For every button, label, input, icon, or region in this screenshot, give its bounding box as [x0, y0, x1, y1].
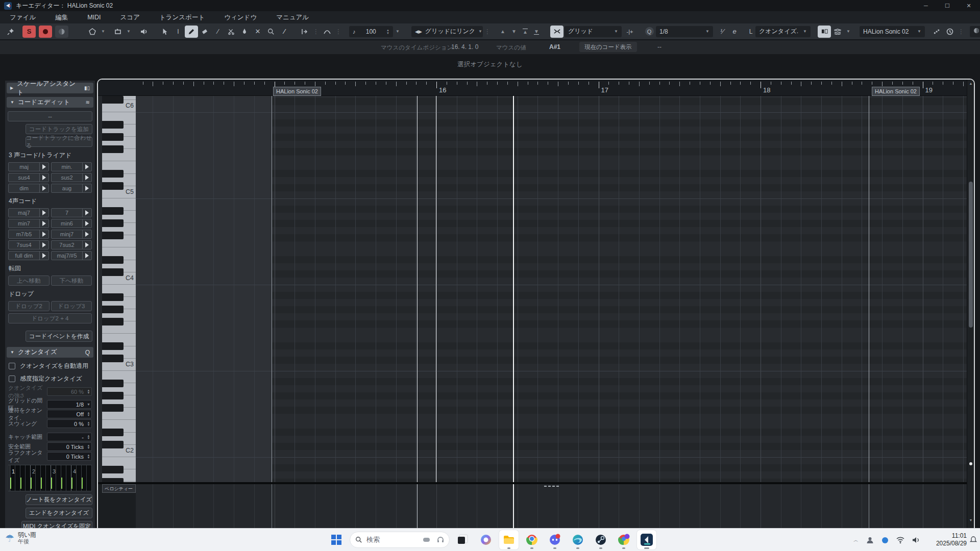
chord-button-m7b5[interactable]: m7/b5: [8, 230, 49, 239]
quantize-preset-dropdown[interactable]: 1/8 ▼: [656, 26, 713, 37]
freeze-quantize-button[interactable]: MIDI クオンタイズを固定: [21, 521, 92, 528]
tool-line[interactable]: ∕: [278, 26, 291, 38]
menu-item-4[interactable]: トランスポート: [150, 11, 214, 23]
velocity-lane[interactable]: [136, 484, 969, 528]
chord-button-aug[interactable]: aug: [51, 184, 92, 193]
menu-item-0[interactable]: ファイル: [0, 11, 45, 23]
notification-bell-icon[interactable]: [970, 536, 977, 544]
chord-arrow-icon[interactable]: [82, 230, 91, 238]
note-expression-icon[interactable]: [86, 26, 99, 38]
tool-range-selection[interactable]: I: [172, 26, 185, 38]
tool-trim[interactable]: ∕: [211, 26, 225, 38]
piano-key-black[interactable]: [102, 170, 124, 178]
rough-quantize-field[interactable]: 0 Ticks▲▼: [47, 452, 92, 461]
scale-assistant-header[interactable]: ▶ スケールアシスタント ▮▯: [7, 83, 93, 93]
transpose-octave-down-icon[interactable]: ▼: [531, 26, 542, 38]
independent-loop-icon[interactable]: [111, 26, 125, 38]
vertical-scrollbar[interactable]: ▲ ▼: [967, 80, 974, 528]
grid-spacing-dropdown[interactable]: 1/8▼: [47, 400, 92, 409]
piano-key-black[interactable]: [102, 306, 124, 313]
iterative-quantize-icon[interactable]: ⅟: [715, 26, 728, 38]
steam-app-icon[interactable]: [591, 530, 610, 549]
loop-dropdown-icon[interactable]: ▼: [125, 26, 133, 38]
chord-arrow-icon[interactable]: [39, 209, 48, 217]
snap-type-dropdown[interactable]: グリッド ▼: [565, 26, 622, 37]
create-chord-event-button[interactable]: コードイベントを作成: [26, 331, 92, 342]
curve-icon[interactable]: [321, 26, 334, 38]
scrollbar-thumb[interactable]: [969, 182, 973, 328]
catch-range-field[interactable]: -▲▼: [47, 433, 92, 441]
show-part-borders-icon[interactable]: [818, 26, 831, 38]
chord-button-min6[interactable]: min6: [51, 219, 92, 228]
track-selector-dropdown[interactable]: HALion Sonic 02 ▼: [860, 26, 925, 37]
chord-button-fulldim[interactable]: full dim: [8, 251, 49, 260]
note-grid[interactable]: [136, 96, 969, 482]
chord-button-minj7[interactable]: minj7: [51, 230, 92, 239]
start-button[interactable]: [327, 530, 346, 549]
tool-mute[interactable]: ✕: [251, 26, 264, 38]
drop24-button[interactable]: ドロップ2 + 4: [8, 313, 92, 323]
iq-checkbox[interactable]: [9, 375, 15, 382]
snap-on-off-icon[interactable]: [550, 26, 564, 38]
piano-key-black[interactable]: [102, 429, 124, 436]
menu-item-6[interactable]: マニュアル: [266, 11, 318, 23]
chord-display-label[interactable]: 現在のコード表示: [579, 42, 637, 52]
edge-app-icon[interactable]: [568, 530, 587, 549]
piano-key-black[interactable]: [102, 478, 124, 482]
piano-key-black[interactable]: [102, 466, 124, 473]
acoustic-feedback-icon[interactable]: [55, 26, 68, 38]
length-quantize-dropdown[interactable]: クオンタイズ. ▼: [755, 26, 811, 37]
piano-key-black[interactable]: [102, 121, 124, 129]
part-name-label[interactable]: HALion Sonic 02: [273, 87, 321, 96]
maximize-button[interactable]: ☐: [943, 3, 951, 9]
piano-key-black[interactable]: [102, 232, 124, 239]
velocity-stepper[interactable]: ▲▼: [386, 29, 389, 35]
chord-arrow-icon[interactable]: [82, 184, 91, 192]
close-button[interactable]: ✕: [965, 3, 973, 9]
speaker-icon[interactable]: [137, 26, 150, 38]
piano-key-black[interactable]: [102, 342, 124, 350]
chord-button-7[interactable]: 7: [51, 208, 92, 217]
piano-key-black[interactable]: [102, 392, 124, 399]
menu-item-1[interactable]: 編集: [45, 11, 78, 23]
tool-glue[interactable]: [238, 26, 251, 38]
piano-key-black[interactable]: [102, 404, 124, 412]
chord-button-7sus2[interactable]: 7sus2: [51, 240, 92, 249]
tool-zoom-magnifier-icon[interactable]: [264, 26, 278, 38]
chord-button-dim[interactable]: dim: [8, 184, 49, 193]
part-name-label[interactable]: HALion Sonic 02: [872, 87, 920, 96]
chord-arrow-icon[interactable]: [82, 173, 91, 182]
chord-button-7sus4[interactable]: 7sus4: [8, 240, 49, 249]
tool-draw-pencil[interactable]: [185, 26, 198, 38]
chord-arrow-icon[interactable]: [39, 252, 48, 260]
tray-chevron-up-icon[interactable]: ︿: [853, 537, 859, 544]
transpose-down-icon[interactable]: ▼: [508, 26, 520, 38]
quantize-q-icon[interactable]: Q: [643, 26, 656, 38]
record-button[interactable]: [39, 26, 52, 38]
chord-arrow-icon[interactable]: [39, 241, 48, 249]
add-chord-track-button[interactable]: コードトラックを追加: [26, 124, 92, 134]
piano-key-black[interactable]: [102, 293, 124, 301]
menu-item-5[interactable]: ウィンドウ: [214, 11, 266, 23]
event-colors-dropdown[interactable]: ベロシティー: [970, 26, 980, 37]
velocity-lane-header[interactable]: ベロシティー: [102, 484, 136, 493]
midi-input-clock-icon[interactable]: [943, 26, 957, 38]
chord-button-min[interactable]: min.: [51, 162, 92, 171]
chord-arrow-icon[interactable]: [39, 173, 48, 182]
match-chord-track-button[interactable]: コードトラックに合わせる: [26, 137, 92, 147]
tuplet-field[interactable]: Off▲▼: [47, 410, 92, 418]
volume-icon[interactable]: [912, 537, 920, 543]
discord-app-icon[interactable]: [545, 530, 565, 549]
chord-button-sus4[interactable]: sus4: [8, 173, 49, 182]
drop2-button[interactable]: ドロップ2: [8, 301, 50, 311]
chord-button-maj75[interactable]: maj7/#5: [51, 251, 92, 260]
step-input-icon[interactable]: [930, 26, 943, 38]
chord-arrow-icon[interactable]: [82, 219, 91, 228]
piano-key-black[interactable]: [102, 355, 124, 362]
chord-button-sus2[interactable]: sus2: [51, 173, 92, 182]
piano-key-black[interactable]: [102, 318, 124, 325]
chord-button-min7[interactable]: min7: [8, 219, 49, 228]
copilot-app-icon[interactable]: [476, 530, 496, 549]
chord-arrow-icon[interactable]: [82, 163, 91, 171]
minimize-button[interactable]: ─: [922, 3, 930, 9]
